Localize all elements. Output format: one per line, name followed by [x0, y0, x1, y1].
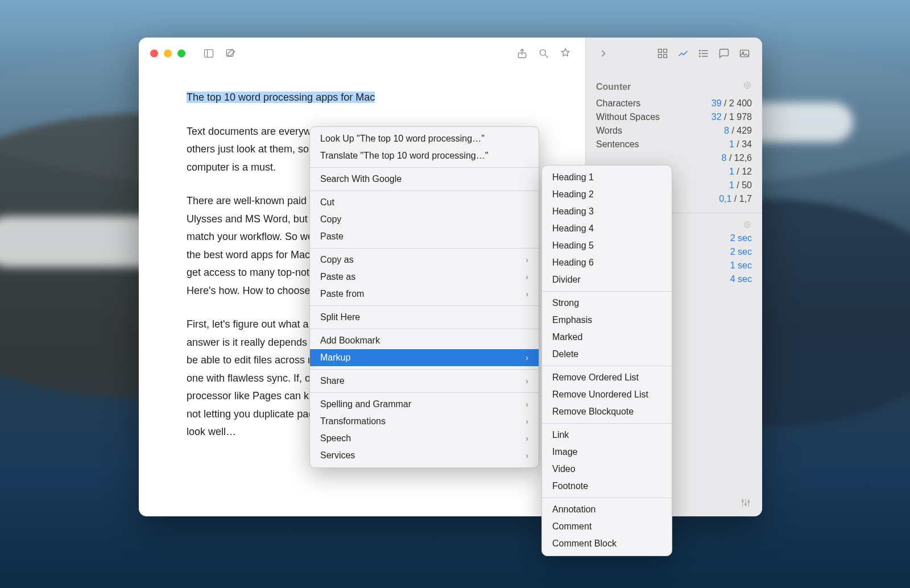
- submenu-heading-1[interactable]: Heading 1: [542, 169, 672, 186]
- comments-icon[interactable]: [715, 45, 733, 62]
- image-panel-icon[interactable]: [736, 45, 753, 62]
- stat-value: 1 / 50: [729, 180, 752, 191]
- svg-rect-7: [664, 49, 667, 53]
- menu-lookup[interactable]: Look Up "The top 10 word processing…": [310, 130, 539, 147]
- submenu-heading-6[interactable]: Heading 6: [542, 254, 672, 271]
- svg-point-14: [700, 53, 701, 54]
- menu-transformations[interactable]: Transformations›: [310, 413, 539, 430]
- chevron-right-icon: ›: [526, 451, 528, 460]
- chevron-right-icon: ›: [526, 400, 528, 409]
- outline-icon[interactable]: [695, 45, 712, 62]
- time-value: 2 sec: [730, 247, 752, 257]
- zoom-window[interactable]: [177, 49, 185, 57]
- svg-point-4: [540, 49, 545, 55]
- document-heading[interactable]: The top 10 word processing apps for Mac: [187, 89, 537, 107]
- svg-point-15: [700, 56, 701, 57]
- window-toolbar: [139, 38, 585, 69]
- submenu-heading-5[interactable]: Heading 5: [542, 237, 672, 254]
- chevron-right-icon: ›: [526, 272, 528, 281]
- selected-text[interactable]: The top 10 word processing apps for Mac: [187, 92, 375, 103]
- svg-rect-8: [659, 55, 662, 58]
- markup-submenu: Heading 1 Heading 2 Heading 3 Heading 4 …: [541, 165, 672, 556]
- sidebar-toggle-icon[interactable]: [200, 45, 217, 62]
- stat-row: Without Spaces 32 / 1 978: [596, 110, 752, 124]
- submenu-comment[interactable]: Comment: [542, 518, 672, 535]
- submenu-annotation[interactable]: Annotation: [542, 501, 672, 518]
- context-menu: Look Up "The top 10 word processing…" Tr…: [309, 126, 539, 468]
- sidebar-toolbar: [586, 38, 762, 69]
- stat-label: Without Spaces: [596, 112, 660, 122]
- submenu-remove-bq[interactable]: Remove Blockquote: [542, 403, 672, 420]
- traffic-lights: [150, 49, 185, 57]
- submenu-delete[interactable]: Delete: [542, 346, 672, 363]
- menu-services[interactable]: Services›: [310, 447, 539, 464]
- stat-value: 32 / 1 978: [712, 112, 752, 122]
- stats-icon[interactable]: [675, 45, 692, 62]
- svg-point-21: [746, 223, 748, 226]
- stat-row: Characters 39 / 2 400: [596, 97, 752, 110]
- menu-paste-from[interactable]: Paste from›: [310, 285, 539, 303]
- chevron-right-icon: ›: [526, 289, 528, 299]
- submenu-marked[interactable]: Marked: [542, 329, 672, 346]
- menu-add-bookmark[interactable]: Add Bookmark: [310, 332, 539, 349]
- stat-value: 8 / 12,6: [722, 153, 752, 163]
- submenu-heading-2[interactable]: Heading 2: [542, 186, 672, 203]
- svg-line-5: [545, 55, 548, 58]
- svg-rect-6: [659, 49, 662, 53]
- submenu-remove-ol[interactable]: Remove Ordered List: [542, 369, 672, 386]
- submenu-emphasis[interactable]: Emphasis: [542, 312, 672, 329]
- menu-cut[interactable]: Cut: [310, 194, 539, 211]
- submenu-divider[interactable]: Divider: [542, 271, 672, 288]
- menu-markup[interactable]: Markup›: [310, 349, 539, 366]
- svg-point-18: [744, 82, 751, 89]
- menu-search-google[interactable]: Search With Google: [310, 171, 539, 188]
- menu-spelling[interactable]: Spelling and Grammar›: [310, 396, 539, 413]
- compose-icon[interactable]: [222, 45, 239, 62]
- dashboard-icon[interactable]: [654, 45, 671, 62]
- stat-label: Characters: [596, 98, 640, 109]
- chevron-right-icon[interactable]: [595, 45, 612, 62]
- close-window[interactable]: [150, 49, 158, 57]
- menu-paste-as[interactable]: Paste as›: [310, 268, 539, 285]
- submenu-comment-block[interactable]: Comment Block: [542, 535, 672, 552]
- time-value: 4 sec: [730, 274, 752, 284]
- submenu-strong[interactable]: Strong: [542, 295, 672, 312]
- menu-speech[interactable]: Speech›: [310, 430, 539, 447]
- svg-rect-0: [205, 49, 213, 57]
- stat-value: 1 / 34: [729, 139, 752, 150]
- share-icon[interactable]: [514, 45, 531, 62]
- svg-point-13: [700, 50, 701, 51]
- submenu-footnote[interactable]: Footnote: [542, 478, 672, 495]
- stat-value: 8 / 429: [724, 126, 752, 136]
- target-icon[interactable]: [743, 220, 752, 231]
- time-value: 2 sec: [730, 233, 752, 243]
- chevron-right-icon: ›: [526, 434, 528, 443]
- menu-paste[interactable]: Paste: [310, 228, 539, 245]
- svg-rect-2: [226, 49, 233, 56]
- submenu-image[interactable]: Image: [542, 444, 672, 461]
- submenu-remove-ul[interactable]: Remove Unordered List: [542, 386, 672, 403]
- search-icon[interactable]: [535, 45, 552, 62]
- settings-sliders-icon[interactable]: [741, 498, 751, 510]
- stat-value: 1 / 12: [729, 167, 752, 177]
- menu-copy-as[interactable]: Copy as›: [310, 251, 539, 268]
- stat-row: Words 8 / 429: [596, 124, 752, 138]
- chevron-right-icon: ›: [526, 353, 528, 362]
- submenu-video[interactable]: Video: [542, 461, 672, 478]
- submenu-heading-4[interactable]: Heading 4: [542, 220, 672, 237]
- counter-title: Counter: [596, 82, 631, 92]
- minimize-window[interactable]: [164, 49, 172, 57]
- submenu-heading-3[interactable]: Heading 3: [542, 203, 672, 220]
- chevron-right-icon: ›: [526, 417, 528, 426]
- stat-value: 39 / 2 400: [712, 98, 752, 109]
- chevron-right-icon: ›: [526, 255, 528, 264]
- style-icon[interactable]: [557, 45, 574, 62]
- menu-translate[interactable]: Translate "The top 10 word processing…": [310, 147, 539, 164]
- submenu-link[interactable]: Link: [542, 426, 672, 444]
- menu-share[interactable]: Share›: [310, 372, 539, 390]
- stat-label: Words: [596, 126, 622, 136]
- menu-split-here[interactable]: Split Here: [310, 309, 539, 326]
- menu-copy[interactable]: Copy: [310, 211, 539, 228]
- stat-row: 8 / 12,6: [596, 151, 752, 165]
- target-icon[interactable]: [743, 81, 752, 92]
